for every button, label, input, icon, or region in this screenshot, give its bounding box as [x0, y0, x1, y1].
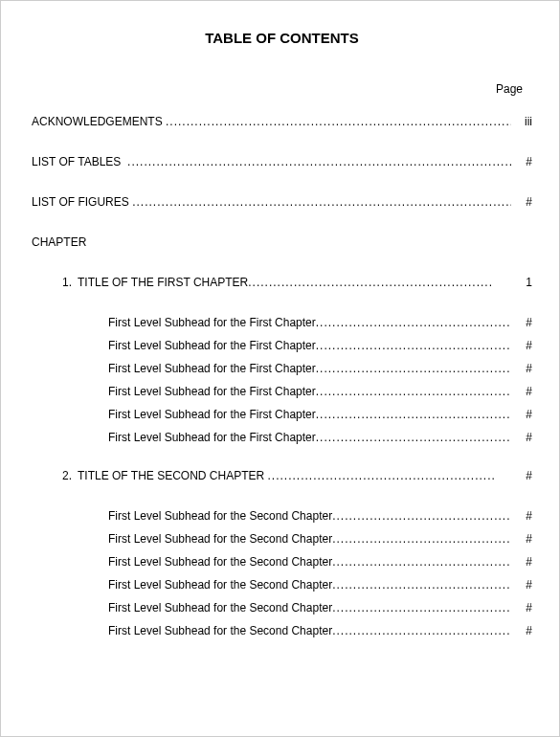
dot-leader — [332, 624, 511, 637]
chapter-title: TITLE OF THE SECOND CHAPTER — [78, 469, 267, 482]
dot-leader — [316, 362, 511, 375]
dot-leader — [332, 578, 511, 592]
subhead-page: # — [511, 339, 532, 352]
dot-leader — [132, 195, 511, 209]
subhead-label: First Level Subhead for the Second Chapt… — [108, 555, 332, 569]
subhead-page: # — [511, 624, 532, 637]
subhead-page: # — [511, 408, 532, 421]
subhead-entry: First Level Subhead for the First Chapte… — [32, 385, 532, 398]
subhead-entry: First Level Subhead for the Second Chapt… — [32, 555, 532, 569]
entry-label: LIST OF FIGURES — [32, 195, 132, 209]
dot-leader — [316, 316, 511, 329]
subhead-entry: First Level Subhead for the First Chapte… — [32, 431, 532, 444]
entry-page: iii — [511, 115, 532, 128]
chapter-heading: CHAPTER — [32, 235, 532, 249]
entry-label: LIST OF TABLES — [32, 155, 127, 168]
subhead-label: First Level Subhead for the Second Chapt… — [108, 601, 332, 614]
subhead-page: # — [511, 532, 532, 546]
dot-leader — [316, 431, 511, 444]
dot-leader — [332, 509, 511, 523]
subhead-entry: First Level Subhead for the First Chapte… — [32, 362, 532, 375]
subhead-label: First Level Subhead for the First Chapte… — [108, 431, 316, 444]
subhead-label: First Level Subhead for the Second Chapt… — [108, 532, 332, 546]
subhead-page: # — [511, 601, 532, 614]
subhead-entry: First Level Subhead for the Second Chapt… — [32, 624, 532, 637]
chapter-page: # — [494, 469, 532, 482]
subhead-label: First Level Subhead for the First Chapte… — [108, 316, 316, 329]
subhead-page: # — [511, 316, 532, 329]
dot-leader — [166, 115, 511, 128]
chapter-number: 2. — [62, 469, 72, 482]
dot-leader — [332, 555, 511, 569]
subhead-block: First Level Subhead for the First Chapte… — [32, 316, 532, 444]
subhead-page: # — [511, 362, 532, 375]
subhead-page: # — [511, 578, 532, 592]
chapter-number: 1. — [62, 276, 72, 289]
subhead-page: # — [511, 555, 532, 569]
subhead-entry: First Level Subhead for the First Chapte… — [32, 408, 532, 421]
dot-leader — [127, 155, 511, 168]
dot-leader — [316, 339, 511, 352]
subhead-entry: First Level Subhead for the Second Chapt… — [32, 532, 532, 546]
subhead-page: # — [511, 385, 532, 398]
chapter-page: 1 — [494, 276, 532, 289]
front-matter-entry: LIST OF TABLES # — [32, 155, 532, 168]
entry-page: # — [511, 195, 532, 209]
dot-leader — [316, 408, 511, 421]
subhead-page: # — [511, 509, 532, 523]
dot-leader — [332, 601, 511, 614]
subhead-label: First Level Subhead for the First Chapte… — [108, 408, 316, 421]
front-matter-entry: ACKNOWLEDGEMENTS iii — [32, 115, 532, 128]
subhead-entry: First Level Subhead for the Second Chapt… — [32, 509, 532, 523]
subhead-label: First Level Subhead for the Second Chapt… — [108, 509, 332, 523]
dot-leader — [316, 385, 511, 398]
document-title: TABLE OF CONTENTS — [32, 30, 532, 46]
chapter-entry: 2. TITLE OF THE SECOND CHAPTER # — [32, 469, 532, 482]
subhead-label: First Level Subhead for the First Chapte… — [108, 362, 316, 375]
subhead-label: First Level Subhead for the First Chapte… — [108, 339, 316, 352]
subhead-label: First Level Subhead for the Second Chapt… — [108, 578, 332, 592]
entry-page: # — [511, 155, 532, 168]
subhead-entry: First Level Subhead for the Second Chapt… — [32, 578, 532, 592]
subhead-entry: First Level Subhead for the First Chapte… — [32, 316, 532, 329]
subhead-entry: First Level Subhead for the Second Chapt… — [32, 601, 532, 614]
subhead-block: First Level Subhead for the Second Chapt… — [32, 509, 532, 637]
subhead-page: # — [511, 431, 532, 444]
subhead-entry: First Level Subhead for the First Chapte… — [32, 339, 532, 352]
entry-label: ACKNOWLEDGEMENTS — [32, 115, 166, 128]
dot-leader — [248, 276, 494, 289]
chapter-entry: 1. TITLE OF THE FIRST CHAPTER 1 — [32, 276, 532, 289]
subhead-label: First Level Subhead for the First Chapte… — [108, 385, 316, 398]
subhead-label: First Level Subhead for the Second Chapt… — [108, 624, 332, 637]
chapter-title: TITLE OF THE FIRST CHAPTER — [78, 276, 248, 289]
page-column-label: Page — [32, 82, 532, 96]
dot-leader — [332, 532, 511, 546]
front-matter-entry: LIST OF FIGURES # — [32, 195, 532, 209]
dot-leader — [267, 469, 494, 482]
